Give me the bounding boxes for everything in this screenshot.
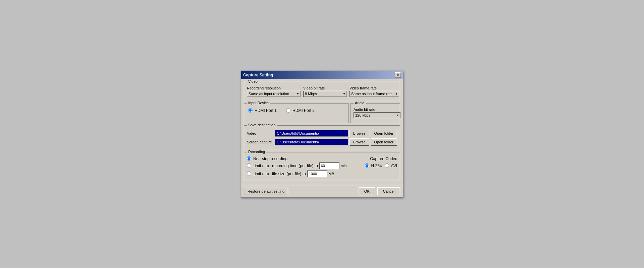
audio-bitrate-select[interactable]: 128 kbps 64 kbps 256 kbps 320 kbps	[354, 112, 400, 118]
limit-time-input[interactable]	[319, 162, 339, 169]
framerate-select-wrapper: Same as input frame rate 60fps 30fps 24f…	[350, 91, 399, 97]
limit-size-radio[interactable]	[247, 172, 251, 176]
screen-capture-dest-row: Screen capture Browse Open folder	[247, 138, 397, 146]
hdmi2-radio-group: HDMI Port 2	[286, 108, 315, 113]
hdmi1-radio[interactable]	[248, 108, 253, 113]
limit-size-row: Limit max. file size (per file) to MB	[247, 171, 397, 177]
limit-time-radio[interactable]	[247, 163, 251, 168]
limit-size-unit: MB	[329, 172, 334, 176]
hdmi1-label[interactable]: HDMI Port 1	[255, 108, 277, 113]
recording-group: Recording Non-stop recording Capture Cod…	[244, 152, 400, 180]
framerate-label: Video frame rate	[350, 86, 399, 90]
limit-time-label[interactable]: Limit max. recording time (per file) to	[253, 163, 318, 168]
audio-content: Audio bit rate 128 kbps 64 kbps 256 kbps…	[354, 108, 397, 118]
non-stop-radio-group: Non-stop recording	[247, 156, 287, 161]
avi-radio-group: AVI	[385, 163, 397, 168]
input-device-legend: Input Device	[247, 101, 270, 105]
capture-setting-dialog: Capture Setting ✕ Video Recording resolu…	[241, 71, 403, 198]
hdmi2-label[interactable]: HDMI Port 2	[292, 108, 315, 113]
avi-radio[interactable]	[385, 163, 389, 168]
hdmi2-radio[interactable]	[286, 108, 290, 113]
video-dest-row: Video Browse Open folder	[247, 130, 397, 137]
dialog-title: Capture Setting	[243, 73, 273, 77]
recording-content: Non-stop recording Capture Codec Limit m…	[247, 156, 397, 177]
limit-time-row: Limit max. recording time (per file) to …	[247, 162, 346, 169]
bottom-right-buttons: OK Cancel	[359, 187, 400, 195]
capture-codec-label: Capture Codec	[370, 156, 397, 161]
hdmi-row: HDMI Port 1 HDMI Port 2	[248, 108, 344, 113]
title-bar: Capture Setting ✕	[241, 71, 403, 79]
bottom-bar: Restore default setting OK Cancel	[241, 185, 403, 197]
resolution-field: Recording resolution Same as input resol…	[247, 86, 301, 97]
input-audio-row: Input Device HDMI Port 1 HDMI Port 2	[244, 103, 400, 125]
non-stop-label[interactable]: Non-stop recording	[253, 156, 287, 161]
close-button[interactable]: ✕	[395, 72, 401, 78]
bitrate-field: Video bit rate 8 Mbps 4 Mbps 16 Mbps 32 …	[303, 86, 347, 97]
video-open-folder-button[interactable]: Open folder	[371, 130, 397, 137]
audio-bitrate-wrapper: 128 kbps 64 kbps 256 kbps 320 kbps	[354, 112, 400, 118]
hdmi1-radio-group: HDMI Port 1	[248, 108, 277, 113]
input-device-group: Input Device HDMI Port 1 HDMI Port 2	[244, 103, 348, 123]
save-dest-legend: Save destination	[247, 123, 277, 127]
video-path-input[interactable]	[275, 130, 348, 137]
framerate-field: Video frame rate Same as input frame rat…	[350, 86, 399, 97]
screen-capture-browse-button[interactable]: Browse	[350, 138, 369, 146]
bitrate-select[interactable]: 8 Mbps 4 Mbps 16 Mbps 32 Mbps	[303, 91, 347, 97]
video-content: Recording resolution Same as input resol…	[247, 86, 397, 97]
cancel-button[interactable]: Cancel	[377, 187, 400, 195]
screen-capture-open-folder-button[interactable]: Open folder	[371, 138, 397, 146]
bitrate-label: Video bit rate	[303, 86, 347, 90]
framerate-select[interactable]: Same as input frame rate 60fps 30fps 24f…	[350, 91, 399, 97]
save-dest-content: Video Browse Open folder Screen capture …	[247, 130, 397, 146]
h264-label[interactable]: H.264	[371, 163, 382, 168]
audio-bitrate-label: Audio bit rate	[354, 108, 397, 112]
video-legend: Video	[247, 79, 259, 83]
avi-label[interactable]: AVI	[391, 163, 397, 168]
video-group: Video Recording resolution Same as input…	[244, 82, 400, 101]
ok-button[interactable]: OK	[359, 187, 375, 195]
h264-radio[interactable]	[365, 163, 369, 168]
codec-radio-group: H.264 AVI	[365, 163, 397, 168]
save-dest-group: Save destination Video Browse Open folde…	[244, 125, 400, 150]
capture-codec-group: Capture Codec	[370, 156, 397, 161]
resolution-label: Recording resolution	[247, 86, 301, 90]
input-device-content: HDMI Port 1 HDMI Port 2	[248, 108, 344, 113]
restore-default-button[interactable]: Restore default setting	[244, 188, 288, 195]
audio-bitrate-field: Audio bit rate 128 kbps 64 kbps 256 kbps…	[354, 108, 397, 118]
limit-time-unit: min	[341, 164, 347, 168]
screen-capture-path-input[interactable]	[275, 139, 348, 145]
limit-size-label[interactable]: Limit max. file size (per file) to	[253, 172, 306, 176]
dialog-body: Video Recording resolution Same as input…	[241, 79, 403, 185]
resolution-select[interactable]: Same as input resolution 1920x1080 1280x…	[247, 91, 301, 97]
limit-size-input[interactable]	[307, 171, 327, 177]
video-dest-label: Video	[247, 131, 274, 135]
non-stop-radio[interactable]	[247, 156, 251, 161]
h264-radio-group: H.264	[365, 163, 382, 168]
video-browse-button[interactable]: Browse	[350, 130, 369, 137]
screen-capture-dest-label: Screen capture	[247, 140, 274, 144]
audio-group: Audio Audio bit rate 128 kbps 64 kbps 25…	[351, 103, 400, 123]
recording-legend: Recording	[247, 150, 266, 154]
video-row: Recording resolution Same as input resol…	[247, 86, 397, 97]
resolution-select-wrapper: Same as input resolution 1920x1080 1280x…	[247, 91, 301, 97]
bitrate-select-wrapper: 8 Mbps 4 Mbps 16 Mbps 32 Mbps	[303, 91, 347, 97]
audio-legend: Audio	[354, 101, 366, 105]
